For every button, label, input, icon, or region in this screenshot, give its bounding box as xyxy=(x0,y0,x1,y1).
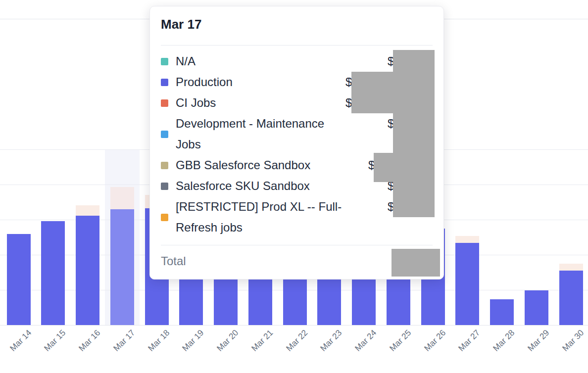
tooltip-row-label: CI Jobs xyxy=(176,93,344,113)
x-axis-label: Mar 19 xyxy=(181,328,206,354)
chart-tooltip: Mar 17 N/A$Production$0CI Jobs$Developme… xyxy=(149,6,444,280)
bar-mar-30[interactable] xyxy=(559,264,583,325)
bar-mar-28[interactable] xyxy=(490,299,514,325)
x-axis-label: Mar 25 xyxy=(388,328,413,354)
x-axis-label: Mar 28 xyxy=(491,328,517,354)
tooltip-row-label: [RESTRICTED] Prod XL -- Full-Refresh job… xyxy=(176,196,344,238)
tooltip-row-label: Salesforce SKU Sandbox xyxy=(176,176,344,196)
tooltip-row: N/A$ xyxy=(161,51,433,72)
redacted-value-overlay xyxy=(374,153,393,182)
x-axis-label: Mar 22 xyxy=(284,328,310,354)
bar-segment-production xyxy=(7,234,31,325)
bar-mar-15[interactable] xyxy=(41,221,65,325)
bar-segment-production xyxy=(490,299,514,325)
x-axis-label: Mar 20 xyxy=(215,328,241,354)
redacted-value-overlay xyxy=(351,72,393,113)
tooltip-row-label: Development - Maintenance Jobs xyxy=(176,113,344,155)
x-axis-line xyxy=(0,325,588,326)
bar-mar-16[interactable] xyxy=(76,205,99,325)
bar-segment-production xyxy=(76,216,99,325)
x-axis-label: Mar 30 xyxy=(560,328,586,354)
legend-swatch-icon xyxy=(161,58,168,65)
legend-swatch-icon xyxy=(161,214,168,221)
legend-swatch-icon xyxy=(161,79,168,86)
x-axis-label: Mar 23 xyxy=(319,328,344,354)
bar-segment-production xyxy=(41,221,65,325)
x-axis-label: Mar 26 xyxy=(422,328,448,354)
redacted-value-overlay xyxy=(393,50,435,217)
tooltip-divider-bottom xyxy=(161,245,433,245)
tooltip-row-label: N/A xyxy=(176,51,344,72)
bar-segment-production xyxy=(525,290,548,325)
x-axis-label: Mar 24 xyxy=(353,328,379,354)
bar-mar-27[interactable] xyxy=(455,236,479,325)
tooltip-row: Development - Maintenance Jobs$ xyxy=(161,113,433,155)
bar-segment-ci-jobs xyxy=(559,264,583,271)
x-axis-label: Mar 29 xyxy=(526,328,551,354)
x-axis-label: Mar 21 xyxy=(249,328,275,354)
tooltip-row-label: Production xyxy=(176,72,344,93)
tooltip-row-label: GBB Salesforce Sandbox xyxy=(176,155,344,176)
x-axis-label: Mar 17 xyxy=(111,328,137,354)
bar-segment-production xyxy=(559,271,583,325)
bar-mar-17[interactable] xyxy=(110,187,134,325)
legend-swatch-icon xyxy=(161,99,168,107)
x-axis-label: Mar 27 xyxy=(457,328,483,354)
x-axis-label: Mar 16 xyxy=(77,328,103,354)
bar-mar-14[interactable] xyxy=(7,234,31,325)
x-axis-label: Mar 18 xyxy=(146,328,172,354)
tooltip-divider-top xyxy=(161,45,433,46)
x-axis-label: Mar 15 xyxy=(43,328,68,354)
legend-swatch-icon xyxy=(161,183,168,190)
redacted-value-overlay xyxy=(392,249,440,277)
legend-swatch-icon xyxy=(161,162,168,169)
bar-segment-ci-jobs xyxy=(110,187,134,209)
bar-mar-29[interactable] xyxy=(525,290,548,325)
x-axis-label: Mar 14 xyxy=(8,328,34,354)
bar-segment-ci-jobs xyxy=(455,236,479,243)
tooltip-title: Mar 17 xyxy=(161,16,433,32)
bar-segment-production xyxy=(455,243,479,325)
tooltip-row: [RESTRICTED] Prod XL -- Full-Refresh job… xyxy=(161,196,433,238)
legend-swatch-icon xyxy=(161,131,168,138)
bar-segment-ci-jobs xyxy=(76,205,99,216)
bar-segment-production xyxy=(110,209,134,325)
tooltip-total-label: Total xyxy=(161,254,186,268)
